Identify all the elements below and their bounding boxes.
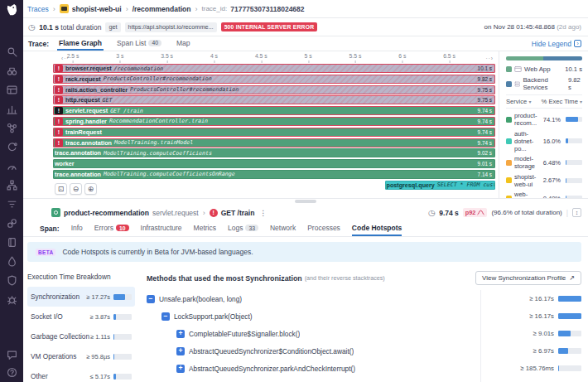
legend-service-row[interactable]: auth-dotnet-po...16.0% xyxy=(506,130,582,152)
service-map-icon[interactable] xyxy=(7,122,17,133)
span-service-name[interactable]: product-recommendation xyxy=(64,209,149,217)
span-bar-servlet.request[interactable]: !servlet.requestGET /train9.74 s xyxy=(53,106,495,115)
kebab-menu-icon[interactable]: ⋮ xyxy=(259,209,267,217)
service-column-sort[interactable]: Service ▾ xyxy=(506,98,531,105)
span-tab-infrastructure[interactable]: Infrastructure xyxy=(141,221,182,236)
search-icon[interactable] xyxy=(7,46,17,56)
breakdown-row-vm-operations[interactable]: VM Operations≥ 95.8µs xyxy=(27,346,135,366)
ci-icon[interactable] xyxy=(7,141,17,152)
bug-icon[interactable] xyxy=(7,293,17,304)
trace-tab-flame-graph[interactable]: Flame Graph xyxy=(57,36,104,51)
hide-legend-link[interactable]: Hide Legend › xyxy=(532,40,581,48)
flame-graph[interactable]: ‹·· ··› 2.5 s3 s3.5 s4 s4.5 s5 s5.5 s6 s… xyxy=(23,51,499,198)
span-list-icon[interactable] xyxy=(7,84,17,94)
span-duration-label: 9.02 s xyxy=(475,150,492,156)
axis-tick: 3 s xyxy=(116,53,123,59)
security-icon[interactable] xyxy=(7,274,17,285)
legend-service-row[interactable]: shopist-web-ui2.67% xyxy=(506,173,582,188)
span-tab-info[interactable]: Info xyxy=(71,221,83,236)
view-synchronization-profile-button[interactable]: View Synchronization Profile↗ xyxy=(475,271,581,285)
breakdown-label: Garbage Collection xyxy=(31,332,89,341)
notebook-icon[interactable] xyxy=(7,236,17,247)
chat-icon[interactable] xyxy=(7,349,17,360)
span-bar-rails.action_controller[interactable]: !rails.action_controllerProductsControll… xyxy=(53,85,495,94)
span-tab-code-hotspots[interactable]: Code Hotspots xyxy=(352,221,402,236)
span-name: trace.annotation xyxy=(65,139,112,147)
breakdown-value: ≥ 17.27s xyxy=(86,293,110,301)
breakdown-row-synchronization[interactable]: Synchronization≥ 17.27s xyxy=(27,287,135,307)
legend-service-row[interactable]: product-recom...74.1% xyxy=(506,112,582,127)
profiling-icon[interactable] xyxy=(7,255,17,266)
span-tab-processes[interactable]: Processes xyxy=(307,221,340,236)
metrics-icon[interactable] xyxy=(7,103,17,114)
url-badge[interactable]: https://api.shopist.io/recomme... xyxy=(125,22,217,32)
method-name[interactable]: CompletableFuture$Signaller.block() xyxy=(189,330,300,338)
span-bar-browser.request[interactable]: !browser.request/recommendation10.1 s xyxy=(53,64,495,73)
zoom-in-button[interactable]: ⊕ xyxy=(84,183,97,195)
expand-icon[interactable]: + xyxy=(176,347,185,355)
trace-tab-span-list[interactable]: Span List40 xyxy=(115,36,163,51)
legend-entry[interactable]: Web App10.1 s xyxy=(506,65,582,73)
method-name[interactable]: AbstractQueuedSynchronizer.parkAndCheckI… xyxy=(189,365,355,373)
span-bar-postgresql.query[interactable]: postgresql.querySELECT * FROM custome… xyxy=(385,181,496,190)
link-icon[interactable] xyxy=(7,217,17,228)
service-exec-bar xyxy=(566,178,582,183)
tab-label: Infrastructure xyxy=(141,224,182,232)
method-sync-bar xyxy=(558,331,581,336)
help-icon[interactable] xyxy=(7,366,17,377)
latency-percentile-badge[interactable]: p92 xyxy=(463,208,488,217)
span-bar-spring.handler[interactable]: !spring.handlerRecommendationController.… xyxy=(53,117,495,126)
span-bar-rack.request[interactable]: !rack.requestProductsController#recommen… xyxy=(53,75,495,84)
hierarchy-icon[interactable] xyxy=(7,179,17,190)
breakdown-row-other[interactable]: Other≤ 5.17s xyxy=(27,366,135,382)
browser-icon[interactable] xyxy=(514,65,522,73)
legend-entry[interactable]: Backend Services9.82 s xyxy=(506,76,582,91)
legend-entry-label: Web App xyxy=(524,65,551,73)
axis-tick: 6 s xyxy=(398,53,406,59)
span-resource: ProductsController#recommendation xyxy=(104,75,212,82)
method-name[interactable]: LockSupport.park(Object) xyxy=(174,312,253,321)
method-name[interactable]: AbstractQueuedSynchronizer$ConditionObje… xyxy=(189,347,354,355)
server-icon[interactable] xyxy=(514,80,520,88)
legend-service-row[interactable]: model-storage6.48% xyxy=(506,155,582,170)
breakdown-row-socket-i-o[interactable]: Socket I/O≥ 3.87s xyxy=(27,307,135,326)
flame-row: postgresql.querySELECT * FROM custome… xyxy=(53,181,495,190)
tab-label: Network xyxy=(270,224,296,232)
span-tab-errors[interactable]: Errors10 xyxy=(94,221,129,236)
breadcrumb-traces-link[interactable]: Traces xyxy=(27,5,49,13)
exec-time-column-sort[interactable]: % Exec Time ▾ xyxy=(542,98,582,105)
span-bar-trainRequest[interactable]: !trainRequest9.74 s xyxy=(53,128,495,137)
reset-button[interactable]: ⊡ xyxy=(55,183,67,195)
span-tab-network[interactable]: Network xyxy=(270,221,296,236)
method-name[interactable]: Unsafe.park(boolean, long) xyxy=(159,295,242,303)
datadog-logo-icon[interactable] xyxy=(5,3,19,17)
expand-icon[interactable]: + xyxy=(176,330,185,338)
breakdown-row-garbage-collection[interactable]: Garbage Collection≥ 1.11s xyxy=(27,326,135,346)
collapse-icon[interactable]: − xyxy=(161,312,170,321)
span-duration-label: 9.82 s xyxy=(475,76,492,82)
span-resource[interactable]: GET /train xyxy=(221,209,255,217)
span-bar-worker[interactable]: worker9.01 s xyxy=(53,159,495,168)
gauge-icon[interactable] xyxy=(7,160,17,171)
span-duration-label: 7.14 s xyxy=(475,172,492,177)
span-tab-metrics[interactable]: Metrics xyxy=(194,221,216,236)
span-bar-http.request[interactable]: !http.requestGET9.75 s xyxy=(53,95,495,104)
span-tab-logs[interactable]: Logs33 xyxy=(228,221,258,236)
span-bar-trace.annotation[interactable]: trace.annotationModelTraining.computeCoe… xyxy=(53,170,495,179)
legend-service-row[interactable]: web-store0.40% xyxy=(506,191,582,198)
watchdog-icon[interactable] xyxy=(7,65,17,75)
flame-zoom-controls: ⊡⊖⊕ xyxy=(55,183,97,195)
method-row: +AbstractQueuedSynchronizer.parkAndCheck… xyxy=(147,360,581,377)
collapse-icon[interactable]: − xyxy=(147,295,155,303)
trace-tab-map[interactable]: Map xyxy=(175,36,192,51)
filter-icon[interactable] xyxy=(7,198,17,209)
span-bar-trace.annotation[interactable]: trace.annotationModelTraining.computeCoe… xyxy=(53,148,495,157)
span-duration-label: 9.75 s xyxy=(475,97,492,103)
breadcrumb-resource[interactable]: /recommendation xyxy=(133,5,191,13)
span-bar-trace.annotation[interactable]: !trace.annotationModelTraining.trainMode… xyxy=(53,138,495,147)
scroll-right-icon[interactable]: ··› xyxy=(486,56,494,61)
zoom-out-button[interactable]: ⊖ xyxy=(70,183,82,195)
expand-icon[interactable]: + xyxy=(176,365,185,373)
breadcrumb-service[interactable]: shopist-web-ui xyxy=(72,5,122,13)
expand-span-icon[interactable]: ↕ xyxy=(572,208,581,217)
